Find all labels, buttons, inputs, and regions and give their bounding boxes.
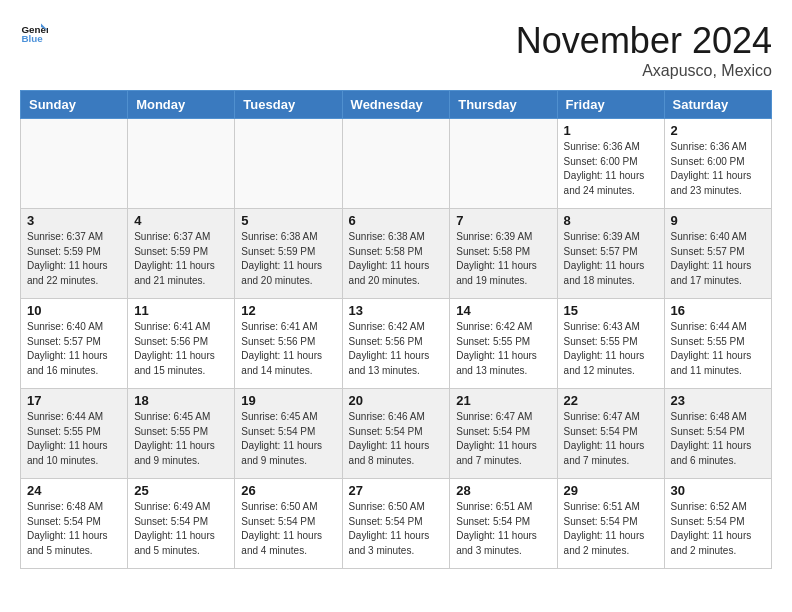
table-row: 10Sunrise: 6:40 AM Sunset: 5:57 PM Dayli… [21,299,128,389]
col-tuesday: Tuesday [235,91,342,119]
day-info: Sunrise: 6:40 AM Sunset: 5:57 PM Dayligh… [671,230,765,288]
table-row: 22Sunrise: 6:47 AM Sunset: 5:54 PM Dayli… [557,389,664,479]
calendar-week-row: 3Sunrise: 6:37 AM Sunset: 5:59 PM Daylig… [21,209,772,299]
day-info: Sunrise: 6:44 AM Sunset: 5:55 PM Dayligh… [671,320,765,378]
day-number: 21 [456,393,550,408]
day-number: 8 [564,213,658,228]
day-info: Sunrise: 6:36 AM Sunset: 6:00 PM Dayligh… [564,140,658,198]
title-section: November 2024 Axapusco, Mexico [516,20,772,80]
day-number: 3 [27,213,121,228]
table-row: 6Sunrise: 6:38 AM Sunset: 5:58 PM Daylig… [342,209,450,299]
table-row: 17Sunrise: 6:44 AM Sunset: 5:55 PM Dayli… [21,389,128,479]
day-number: 11 [134,303,228,318]
day-info: Sunrise: 6:43 AM Sunset: 5:55 PM Dayligh… [564,320,658,378]
day-info: Sunrise: 6:51 AM Sunset: 5:54 PM Dayligh… [564,500,658,558]
day-info: Sunrise: 6:44 AM Sunset: 5:55 PM Dayligh… [27,410,121,468]
table-row [21,119,128,209]
table-row: 25Sunrise: 6:49 AM Sunset: 5:54 PM Dayli… [128,479,235,569]
day-number: 13 [349,303,444,318]
table-row: 21Sunrise: 6:47 AM Sunset: 5:54 PM Dayli… [450,389,557,479]
table-row: 4Sunrise: 6:37 AM Sunset: 5:59 PM Daylig… [128,209,235,299]
col-monday: Monday [128,91,235,119]
calendar-week-row: 10Sunrise: 6:40 AM Sunset: 5:57 PM Dayli… [21,299,772,389]
table-row: 26Sunrise: 6:50 AM Sunset: 5:54 PM Dayli… [235,479,342,569]
page-header: General Blue November 2024 Axapusco, Mex… [20,20,772,80]
table-row: 28Sunrise: 6:51 AM Sunset: 5:54 PM Dayli… [450,479,557,569]
table-row: 24Sunrise: 6:48 AM Sunset: 5:54 PM Dayli… [21,479,128,569]
table-row: 8Sunrise: 6:39 AM Sunset: 5:57 PM Daylig… [557,209,664,299]
table-row: 29Sunrise: 6:51 AM Sunset: 5:54 PM Dayli… [557,479,664,569]
table-row: 3Sunrise: 6:37 AM Sunset: 5:59 PM Daylig… [21,209,128,299]
day-info: Sunrise: 6:47 AM Sunset: 5:54 PM Dayligh… [456,410,550,468]
day-number: 22 [564,393,658,408]
day-info: Sunrise: 6:40 AM Sunset: 5:57 PM Dayligh… [27,320,121,378]
day-info: Sunrise: 6:52 AM Sunset: 5:54 PM Dayligh… [671,500,765,558]
day-info: Sunrise: 6:36 AM Sunset: 6:00 PM Dayligh… [671,140,765,198]
day-number: 18 [134,393,228,408]
day-info: Sunrise: 6:39 AM Sunset: 5:58 PM Dayligh… [456,230,550,288]
col-friday: Friday [557,91,664,119]
day-info: Sunrise: 6:47 AM Sunset: 5:54 PM Dayligh… [564,410,658,468]
day-number: 28 [456,483,550,498]
day-info: Sunrise: 6:41 AM Sunset: 5:56 PM Dayligh… [241,320,335,378]
table-row: 5Sunrise: 6:38 AM Sunset: 5:59 PM Daylig… [235,209,342,299]
day-number: 24 [27,483,121,498]
day-number: 19 [241,393,335,408]
day-info: Sunrise: 6:50 AM Sunset: 5:54 PM Dayligh… [349,500,444,558]
day-number: 26 [241,483,335,498]
day-number: 29 [564,483,658,498]
calendar-week-row: 17Sunrise: 6:44 AM Sunset: 5:55 PM Dayli… [21,389,772,479]
day-number: 9 [671,213,765,228]
table-row: 27Sunrise: 6:50 AM Sunset: 5:54 PM Dayli… [342,479,450,569]
calendar-week-row: 1Sunrise: 6:36 AM Sunset: 6:00 PM Daylig… [21,119,772,209]
table-row: 11Sunrise: 6:41 AM Sunset: 5:56 PM Dayli… [128,299,235,389]
table-row: 9Sunrise: 6:40 AM Sunset: 5:57 PM Daylig… [664,209,771,299]
logo: General Blue [20,20,48,48]
table-row [128,119,235,209]
table-row [235,119,342,209]
svg-text:Blue: Blue [21,33,43,44]
calendar-table: Sunday Monday Tuesday Wednesday Thursday… [20,90,772,569]
day-number: 16 [671,303,765,318]
table-row [450,119,557,209]
day-info: Sunrise: 6:48 AM Sunset: 5:54 PM Dayligh… [27,500,121,558]
calendar-week-row: 24Sunrise: 6:48 AM Sunset: 5:54 PM Dayli… [21,479,772,569]
day-number: 27 [349,483,444,498]
day-number: 4 [134,213,228,228]
table-row: 30Sunrise: 6:52 AM Sunset: 5:54 PM Dayli… [664,479,771,569]
day-info: Sunrise: 6:42 AM Sunset: 5:55 PM Dayligh… [456,320,550,378]
col-wednesday: Wednesday [342,91,450,119]
col-saturday: Saturday [664,91,771,119]
table-row: 23Sunrise: 6:48 AM Sunset: 5:54 PM Dayli… [664,389,771,479]
day-info: Sunrise: 6:37 AM Sunset: 5:59 PM Dayligh… [27,230,121,288]
table-row: 14Sunrise: 6:42 AM Sunset: 5:55 PM Dayli… [450,299,557,389]
day-info: Sunrise: 6:50 AM Sunset: 5:54 PM Dayligh… [241,500,335,558]
day-info: Sunrise: 6:38 AM Sunset: 5:59 PM Dayligh… [241,230,335,288]
day-info: Sunrise: 6:39 AM Sunset: 5:57 PM Dayligh… [564,230,658,288]
table-row: 1Sunrise: 6:36 AM Sunset: 6:00 PM Daylig… [557,119,664,209]
day-info: Sunrise: 6:46 AM Sunset: 5:54 PM Dayligh… [349,410,444,468]
day-number: 20 [349,393,444,408]
day-info: Sunrise: 6:45 AM Sunset: 5:55 PM Dayligh… [134,410,228,468]
logo-icon: General Blue [20,20,48,48]
day-number: 1 [564,123,658,138]
day-info: Sunrise: 6:37 AM Sunset: 5:59 PM Dayligh… [134,230,228,288]
day-number: 2 [671,123,765,138]
table-row: 18Sunrise: 6:45 AM Sunset: 5:55 PM Dayli… [128,389,235,479]
table-row: 20Sunrise: 6:46 AM Sunset: 5:54 PM Dayli… [342,389,450,479]
calendar-header-row: Sunday Monday Tuesday Wednesday Thursday… [21,91,772,119]
day-number: 5 [241,213,335,228]
table-row: 16Sunrise: 6:44 AM Sunset: 5:55 PM Dayli… [664,299,771,389]
table-row: 12Sunrise: 6:41 AM Sunset: 5:56 PM Dayli… [235,299,342,389]
day-number: 12 [241,303,335,318]
table-row: 13Sunrise: 6:42 AM Sunset: 5:56 PM Dayli… [342,299,450,389]
day-info: Sunrise: 6:41 AM Sunset: 5:56 PM Dayligh… [134,320,228,378]
day-number: 15 [564,303,658,318]
col-thursday: Thursday [450,91,557,119]
day-info: Sunrise: 6:42 AM Sunset: 5:56 PM Dayligh… [349,320,444,378]
table-row: 19Sunrise: 6:45 AM Sunset: 5:54 PM Dayli… [235,389,342,479]
table-row [342,119,450,209]
day-number: 25 [134,483,228,498]
day-number: 30 [671,483,765,498]
location: Axapusco, Mexico [516,62,772,80]
